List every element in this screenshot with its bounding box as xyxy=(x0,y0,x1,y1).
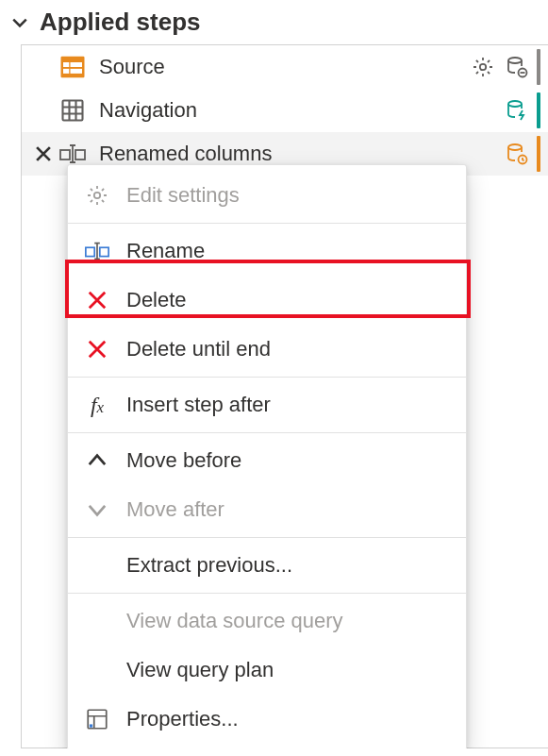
chevron-down-icon xyxy=(9,14,30,31)
menu-label: View data source query xyxy=(126,609,343,633)
svg-point-9 xyxy=(508,101,522,107)
blank-icon xyxy=(83,656,111,684)
svg-rect-15 xyxy=(86,247,94,256)
menu-extract-previous[interactable]: Extract previous... xyxy=(68,541,466,590)
svg-point-5 xyxy=(480,64,486,70)
svg-point-6 xyxy=(508,58,522,63)
delete-x-icon xyxy=(83,286,111,314)
menu-label: Extract previous... xyxy=(126,553,292,578)
properties-icon xyxy=(83,705,111,733)
gear-icon xyxy=(83,181,111,210)
status-stripe xyxy=(537,136,540,172)
blank-icon xyxy=(83,607,111,635)
menu-separator xyxy=(68,377,466,378)
applied-steps-panel: Source xyxy=(21,44,548,748)
menu-separator xyxy=(68,223,466,224)
step-label: Navigation xyxy=(99,98,197,123)
menu-separator xyxy=(68,593,466,594)
menu-label: Move before xyxy=(126,448,241,473)
section-title: Applied steps xyxy=(40,8,200,37)
rename-icon xyxy=(83,237,111,265)
step-label: Source xyxy=(99,55,165,79)
menu-label: Rename xyxy=(126,239,205,263)
database-minus-icon[interactable] xyxy=(503,53,531,81)
status-stripe xyxy=(537,49,540,85)
menu-label: Properties... xyxy=(126,707,239,731)
svg-rect-10 xyxy=(60,150,70,160)
svg-point-12 xyxy=(508,144,522,150)
menu-move-before[interactable]: Move before xyxy=(68,436,466,485)
menu-separator xyxy=(68,537,466,538)
menu-view-query-plan[interactable]: View query plan xyxy=(68,646,466,695)
menu-label: View query plan xyxy=(126,658,274,682)
step-context-menu: Edit settings Rename Delete Delete u xyxy=(67,164,467,748)
table-icon xyxy=(58,95,88,126)
menu-view-data-source-query: View data source query xyxy=(68,596,466,646)
menu-rename[interactable]: Rename xyxy=(68,227,466,276)
chevron-up-icon xyxy=(83,446,111,475)
step-row-source[interactable]: Source xyxy=(22,45,548,89)
menu-label: Edit settings xyxy=(126,183,240,208)
svg-rect-16 xyxy=(100,247,108,256)
menu-properties[interactable]: Properties... xyxy=(68,695,466,744)
menu-label: Insert step after xyxy=(126,393,271,417)
step-label: Renamed columns xyxy=(99,142,272,166)
database-clock-icon[interactable] xyxy=(503,140,531,168)
menu-delete[interactable]: Delete xyxy=(68,276,466,325)
delete-step-button[interactable] xyxy=(29,143,58,164)
menu-label: Delete xyxy=(126,288,187,312)
menu-edit-settings: Edit settings xyxy=(68,171,466,220)
menu-move-after: Move after xyxy=(68,485,466,534)
blank-icon xyxy=(83,551,111,580)
menu-label: Delete until end xyxy=(126,337,271,361)
svg-rect-4 xyxy=(71,69,83,74)
svg-rect-8 xyxy=(63,101,83,121)
menu-insert-step-after[interactable]: fx Insert step after xyxy=(68,380,466,429)
svg-point-14 xyxy=(94,193,100,198)
svg-rect-1 xyxy=(63,62,69,67)
database-lightning-icon[interactable] xyxy=(503,96,531,125)
svg-rect-2 xyxy=(71,62,83,67)
menu-separator xyxy=(68,432,466,433)
menu-label: Move after xyxy=(126,497,224,522)
svg-rect-18 xyxy=(90,724,92,727)
svg-rect-3 xyxy=(63,69,69,74)
delete-x-icon xyxy=(83,335,111,363)
menu-delete-until-end[interactable]: Delete until end xyxy=(68,325,466,374)
chevron-down-icon xyxy=(83,496,111,524)
gear-icon[interactable] xyxy=(469,53,497,81)
table-source-icon xyxy=(58,52,88,82)
svg-rect-11 xyxy=(75,150,85,160)
fx-icon: fx xyxy=(83,391,111,419)
status-stripe xyxy=(537,92,540,128)
step-row-navigation[interactable]: Navigation xyxy=(22,89,548,132)
applied-steps-header[interactable]: Applied steps xyxy=(0,0,548,42)
